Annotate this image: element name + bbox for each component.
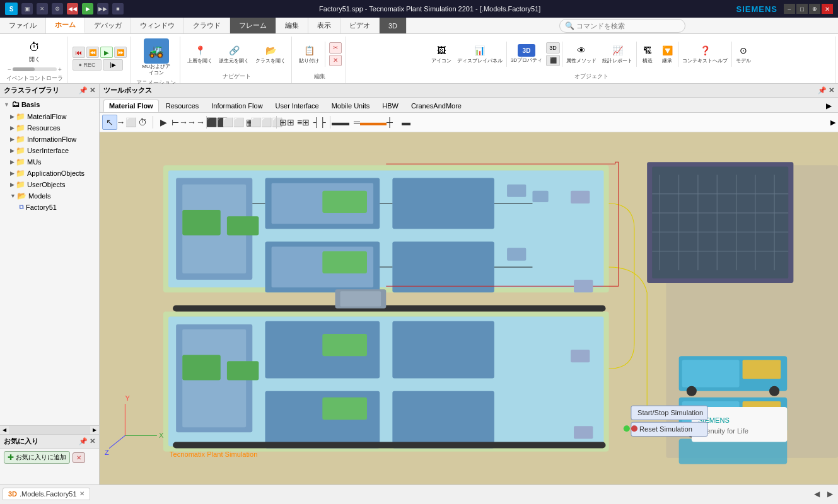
tree-item-mus[interactable]: ▶ 📁 MUs (0, 156, 99, 168)
reset-btn[interactable]: ⏮ (73, 47, 85, 58)
threed-sub-2[interactable]: ⬛ (546, 55, 560, 66)
restore-button[interactable]: □ (796, 4, 808, 14)
tab-information-flow[interactable]: Information Flow (206, 100, 268, 112)
tool-cursor[interactable]: ↖ (102, 115, 117, 130)
fast-forward-btn[interactable]: ⏩ (114, 47, 127, 58)
open-icon: ⏱ (26, 38, 44, 56)
toolbar-icon-1[interactable]: ▣ (21, 3, 33, 14)
model-button[interactable]: ⊙ モデル (734, 42, 753, 66)
toolbar-icon-2[interactable]: ✕ (37, 3, 48, 14)
close-button[interactable]: ✕ (822, 4, 833, 14)
fav-pin-icon[interactable]: 📌 (79, 437, 88, 445)
scroll-right-btn[interactable]: ▶ (90, 426, 99, 434)
stats-report-button[interactable]: 📈 統計レポート (600, 42, 634, 66)
bottom-tab-3d[interactable]: 3D .Models.Factory51 ✕ (3, 488, 90, 500)
tool-multi[interactable]: ⬜⬜⬜ (259, 115, 274, 130)
tab-edit[interactable]: 編集 (276, 18, 308, 33)
delete-favorite-button[interactable]: ✕ (73, 452, 85, 463)
tree-item-resources[interactable]: ▶ 📁 Resources (0, 122, 99, 134)
upper-layer-button[interactable]: 📍 上層を開く (185, 42, 214, 66)
step-btn[interactable]: |▶ (103, 59, 123, 71)
tool-conveyor3[interactable]: ▬▬▬ (366, 115, 381, 130)
tool-conveyor1[interactable]: ▬▬ (333, 115, 348, 130)
nav-left-btn[interactable]: ◀ (811, 488, 822, 500)
zoom-slider[interactable] (13, 67, 35, 71)
add-favorite-button[interactable]: ✚ お気に入りに追加 (4, 451, 70, 464)
maximize-button[interactable]: ⊕ (809, 4, 820, 14)
play-btn[interactable]: ▶ (100, 47, 113, 58)
zoom-minus-icon[interactable]: − (8, 66, 11, 73)
context-help-button[interactable]: ❓ コンテキストヘルプ (680, 42, 730, 66)
tab-video[interactable]: ビデオ (340, 18, 380, 33)
record-btn[interactable]: ● REC (73, 59, 102, 71)
delete-button[interactable]: ✕ (329, 55, 342, 66)
display-panel-button[interactable]: 📊 ディスプレイパネル (455, 42, 504, 66)
threed-sub-1[interactable]: 3D (546, 42, 560, 54)
icon-button[interactable]: 🖼 アイコン (429, 42, 453, 66)
tool-merge2[interactable]: ≡⊞ (296, 115, 311, 130)
zoom-plus-icon[interactable]: + (58, 66, 62, 73)
step-back-btn[interactable]: ⏪ (86, 47, 99, 58)
tab-threed[interactable]: 3D (380, 18, 407, 33)
tab-frame[interactable]: フレーム (230, 18, 276, 33)
tab-home[interactable]: ホーム (46, 18, 85, 33)
mu-icon-button[interactable]: 🚜 MUおよびアイコン (137, 37, 175, 77)
tree-item-factory51[interactable]: ⧉ Factory51 (0, 202, 99, 212)
favorites-panel: お気に入り 📌 ✕ ✚ お気に入りに追加 ✕ (0, 434, 99, 484)
threed-props-button[interactable]: 3D 3Dプロパティ (509, 43, 544, 65)
tool-split[interactable]: ┤├ (312, 115, 327, 130)
tab-material-flow[interactable]: Material Flow (103, 100, 159, 112)
tab-user-interface[interactable]: User Interface (270, 100, 325, 112)
tab-cranes[interactable]: CranesAndMore (405, 100, 467, 112)
search-input[interactable] (576, 22, 680, 30)
toolbar-icon-7[interactable]: ■ (112, 3, 124, 14)
tool-arrow[interactable]: →→ (189, 115, 204, 130)
left-panel-scrollbar[interactable]: ◀ ▶ (0, 425, 99, 434)
cut-button[interactable]: ✂ (329, 42, 342, 54)
tool-conveyor5[interactable]: ▬ (399, 115, 414, 130)
tree-item-applicationobjects[interactable]: ▶ 📁 ApplicationObjects (0, 168, 99, 179)
toolbar-icon-5[interactable]: ▶ (82, 3, 93, 14)
tab-mobile-units[interactable]: Mobile Units (326, 100, 376, 112)
toolbar-icon-6[interactable]: ▶▶ (97, 3, 108, 14)
tree-item-informationflow[interactable]: ▶ 📁 InformationFlow (0, 134, 99, 145)
tool-connector[interactable]: →⬜ (119, 115, 134, 130)
open-class-button[interactable]: 📂 クラスを開く (253, 42, 288, 66)
open-button[interactable]: ⏱ 開く (23, 37, 47, 65)
tree-item-userinterface[interactable]: ▶ 📁 UserInterface (0, 145, 99, 156)
paste-button[interactable]: 📋 貼り付け (297, 42, 321, 66)
toolbar-right-scroll[interactable]: ▶ (830, 118, 835, 127)
tab-hbw[interactable]: HBW (376, 100, 404, 112)
toolbar-icon-3[interactable]: ⚙ (52, 3, 63, 14)
tab-close-icon[interactable]: ✕ (79, 490, 84, 497)
toolbar-icon-4[interactable]: ◀◀ (67, 3, 78, 14)
tree-item-materialflow[interactable]: ▶ 📁 MaterialFlow (0, 111, 99, 122)
tree-item-userobjects[interactable]: ▶ 📁 UserObjects (0, 179, 99, 190)
toolbox-pin-icon[interactable]: 📌 (818, 86, 827, 94)
scroll-left-btn[interactable]: ◀ (0, 426, 9, 434)
tool-play[interactable]: ▶ (156, 115, 171, 130)
tree-item-models[interactable]: ▼ 📂 Models (0, 190, 99, 202)
fav-close-icon[interactable]: ✕ (90, 437, 95, 445)
tab-view[interactable]: 表示 (308, 18, 340, 33)
tool-step[interactable]: ⊢→ (172, 115, 187, 130)
toolbox-close-icon[interactable]: ✕ (829, 86, 834, 94)
tool-conveyor4[interactable]: ┼ (382, 115, 397, 130)
tab-scroll-right[interactable]: ▶ (823, 101, 834, 110)
tool-merge1[interactable]: ⊞⊞ (279, 115, 294, 130)
tab-resources[interactable]: Resources (160, 100, 205, 112)
inherit-button[interactable]: 🔽 継承 (658, 42, 676, 66)
tool-timer[interactable]: ⏱ (135, 115, 150, 130)
pin-icon[interactable]: 📌 (79, 86, 88, 94)
close-panel-icon[interactable]: ✕ (90, 86, 95, 94)
tab-cloud[interactable]: クラウド (184, 18, 230, 33)
derived-button[interactable]: 🔗 派生元を開く (217, 42, 251, 66)
tab-window[interactable]: ウィンドウ (131, 18, 184, 33)
minimize-button[interactable]: − (784, 4, 795, 14)
tab-debug[interactable]: デバッガ (85, 18, 131, 33)
attr-method-button[interactable]: 👁 属性メソッド (564, 42, 598, 66)
tab-file[interactable]: ファイル (0, 18, 46, 33)
nav-right-btn[interactable]: ▶ (824, 488, 835, 500)
tool-box2[interactable]: ⬜⬜ (226, 115, 241, 130)
structure-button[interactable]: 🏗 構造 (639, 42, 656, 66)
